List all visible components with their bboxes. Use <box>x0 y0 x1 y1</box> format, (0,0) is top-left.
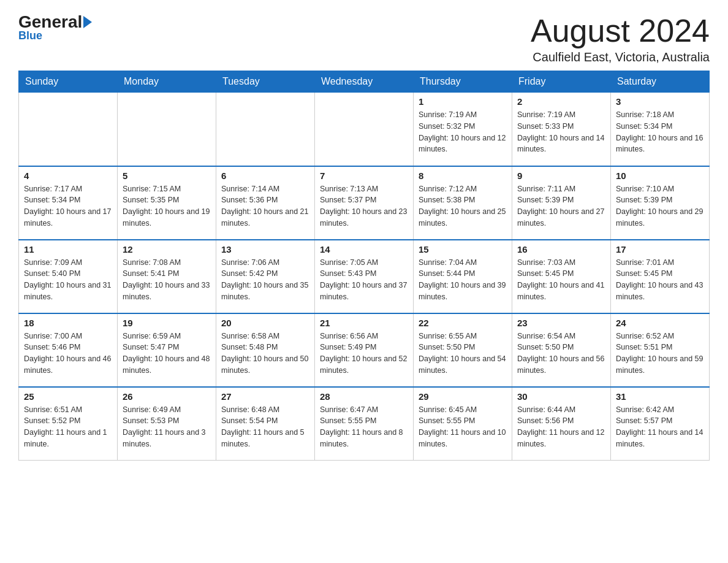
calendar-day-cell: 3Sunrise: 7:18 AMSunset: 5:34 PMDaylight… <box>611 93 710 166</box>
calendar-day-cell: 18Sunrise: 7:00 AMSunset: 5:46 PMDayligh… <box>19 313 118 387</box>
day-number: 29 <box>419 391 507 402</box>
calendar-day-cell: 6Sunrise: 7:14 AMSunset: 5:36 PMDaylight… <box>216 166 315 240</box>
day-number: 25 <box>24 391 112 402</box>
day-info: Sunrise: 6:44 AMSunset: 5:56 PMDaylight:… <box>517 404 605 450</box>
calendar-table: SundayMondayTuesdayWednesdayThursdayFrid… <box>18 71 710 461</box>
day-info: Sunrise: 7:06 AMSunset: 5:42 PMDaylight:… <box>221 257 309 303</box>
calendar-day-cell: 29Sunrise: 6:45 AMSunset: 5:55 PMDayligh… <box>414 387 512 461</box>
day-number: 14 <box>320 244 408 255</box>
day-info: Sunrise: 7:12 AMSunset: 5:38 PMDaylight:… <box>419 183 507 229</box>
day-number: 4 <box>24 170 112 181</box>
calendar-day-cell: 28Sunrise: 6:47 AMSunset: 5:55 PMDayligh… <box>315 387 414 461</box>
day-number: 6 <box>221 170 309 181</box>
day-info: Sunrise: 6:48 AMSunset: 5:54 PMDaylight:… <box>221 404 309 450</box>
day-number: 1 <box>419 96 507 107</box>
day-number: 20 <box>221 318 309 328</box>
calendar-day-cell: 15Sunrise: 7:04 AMSunset: 5:44 PMDayligh… <box>414 240 512 313</box>
day-number: 12 <box>123 244 211 255</box>
day-number: 16 <box>517 244 605 255</box>
day-number: 28 <box>320 391 408 402</box>
day-info: Sunrise: 7:14 AMSunset: 5:36 PMDaylight:… <box>221 183 309 229</box>
day-info: Sunrise: 7:04 AMSunset: 5:44 PMDaylight:… <box>419 257 507 303</box>
day-info: Sunrise: 7:08 AMSunset: 5:41 PMDaylight:… <box>123 257 211 303</box>
calendar-day-cell: 17Sunrise: 7:01 AMSunset: 5:45 PMDayligh… <box>611 240 710 313</box>
day-number: 31 <box>616 391 704 402</box>
day-number: 15 <box>419 244 507 255</box>
calendar-week-row: 1Sunrise: 7:19 AMSunset: 5:32 PMDaylight… <box>19 93 710 166</box>
calendar-day-cell: 13Sunrise: 7:06 AMSunset: 5:42 PMDayligh… <box>216 240 315 313</box>
weekday-header-thursday: Thursday <box>414 71 512 93</box>
day-number: 2 <box>517 96 605 107</box>
day-number: 27 <box>221 391 309 402</box>
day-info: Sunrise: 7:11 AMSunset: 5:39 PMDaylight:… <box>517 183 605 229</box>
day-info: Sunrise: 6:42 AMSunset: 5:57 PMDaylight:… <box>616 404 704 450</box>
calendar-day-cell: 16Sunrise: 7:03 AMSunset: 5:45 PMDayligh… <box>512 240 611 313</box>
weekday-header-row: SundayMondayTuesdayWednesdayThursdayFrid… <box>19 71 710 93</box>
calendar-day-cell: 10Sunrise: 7:10 AMSunset: 5:39 PMDayligh… <box>611 166 710 240</box>
calendar-day-cell <box>216 93 315 166</box>
day-number: 19 <box>123 318 211 328</box>
day-info: Sunrise: 6:52 AMSunset: 5:51 PMDaylight:… <box>616 331 704 377</box>
calendar-day-cell <box>118 93 216 166</box>
calendar-day-cell: 23Sunrise: 6:54 AMSunset: 5:50 PMDayligh… <box>512 313 611 387</box>
calendar-day-cell: 24Sunrise: 6:52 AMSunset: 5:51 PMDayligh… <box>611 313 710 387</box>
weekday-header-friday: Friday <box>512 71 611 93</box>
day-number: 24 <box>616 318 704 328</box>
calendar-day-cell: 27Sunrise: 6:48 AMSunset: 5:54 PMDayligh… <box>216 387 315 461</box>
calendar-day-cell: 4Sunrise: 7:17 AMSunset: 5:34 PMDaylight… <box>19 166 118 240</box>
calendar-week-row: 4Sunrise: 7:17 AMSunset: 5:34 PMDaylight… <box>19 166 710 240</box>
location-title: Caulfield East, Victoria, Australia <box>531 50 710 64</box>
logo-arrow-icon <box>83 16 92 28</box>
day-number: 23 <box>517 318 605 328</box>
logo: General Blue <box>18 12 92 42</box>
day-number: 5 <box>123 170 211 181</box>
calendar-day-cell <box>315 93 414 166</box>
weekday-header-tuesday: Tuesday <box>216 71 315 93</box>
calendar-day-cell: 5Sunrise: 7:15 AMSunset: 5:35 PMDaylight… <box>118 166 216 240</box>
day-info: Sunrise: 6:45 AMSunset: 5:55 PMDaylight:… <box>419 404 507 450</box>
day-info: Sunrise: 7:03 AMSunset: 5:45 PMDaylight:… <box>517 257 605 303</box>
calendar-week-row: 25Sunrise: 6:51 AMSunset: 5:52 PMDayligh… <box>19 387 710 461</box>
day-info: Sunrise: 7:19 AMSunset: 5:33 PMDaylight:… <box>517 109 605 155</box>
day-info: Sunrise: 7:19 AMSunset: 5:32 PMDaylight:… <box>419 109 507 155</box>
day-number: 9 <box>517 170 605 181</box>
day-info: Sunrise: 7:01 AMSunset: 5:45 PMDaylight:… <box>616 257 704 303</box>
day-number: 7 <box>320 170 408 181</box>
logo-blue: Blue <box>18 29 42 42</box>
day-info: Sunrise: 6:49 AMSunset: 5:53 PMDaylight:… <box>123 404 211 450</box>
day-info: Sunrise: 7:09 AMSunset: 5:40 PMDaylight:… <box>24 257 112 303</box>
day-number: 10 <box>616 170 704 181</box>
month-title: August 2024 <box>531 12 710 49</box>
day-info: Sunrise: 7:15 AMSunset: 5:35 PMDaylight:… <box>123 183 211 229</box>
calendar-day-cell: 25Sunrise: 6:51 AMSunset: 5:52 PMDayligh… <box>19 387 118 461</box>
weekday-header-wednesday: Wednesday <box>315 71 414 93</box>
day-info: Sunrise: 6:55 AMSunset: 5:50 PMDaylight:… <box>419 331 507 377</box>
day-number: 3 <box>616 96 704 107</box>
page-header: General Blue August 2024 Caulfield East,… <box>18 12 710 64</box>
day-info: Sunrise: 7:18 AMSunset: 5:34 PMDaylight:… <box>616 109 704 155</box>
calendar-day-cell: 1Sunrise: 7:19 AMSunset: 5:32 PMDaylight… <box>414 93 512 166</box>
day-number: 30 <box>517 391 605 402</box>
weekday-header-saturday: Saturday <box>611 71 710 93</box>
day-number: 8 <box>419 170 507 181</box>
calendar-day-cell: 20Sunrise: 6:58 AMSunset: 5:48 PMDayligh… <box>216 313 315 387</box>
calendar-day-cell: 7Sunrise: 7:13 AMSunset: 5:37 PMDaylight… <box>315 166 414 240</box>
day-number: 22 <box>419 318 507 328</box>
calendar-day-cell: 26Sunrise: 6:49 AMSunset: 5:53 PMDayligh… <box>118 387 216 461</box>
day-number: 11 <box>24 244 112 255</box>
day-info: Sunrise: 7:00 AMSunset: 5:46 PMDaylight:… <box>24 331 112 377</box>
calendar-day-cell: 9Sunrise: 7:11 AMSunset: 5:39 PMDaylight… <box>512 166 611 240</box>
day-number: 26 <box>123 391 211 402</box>
calendar-day-cell: 11Sunrise: 7:09 AMSunset: 5:40 PMDayligh… <box>19 240 118 313</box>
calendar-week-row: 11Sunrise: 7:09 AMSunset: 5:40 PMDayligh… <box>19 240 710 313</box>
weekday-header-monday: Monday <box>118 71 216 93</box>
day-info: Sunrise: 7:05 AMSunset: 5:43 PMDaylight:… <box>320 257 408 303</box>
calendar-day-cell: 2Sunrise: 7:19 AMSunset: 5:33 PMDaylight… <box>512 93 611 166</box>
calendar-day-cell: 8Sunrise: 7:12 AMSunset: 5:38 PMDaylight… <box>414 166 512 240</box>
calendar-day-cell: 19Sunrise: 6:59 AMSunset: 5:47 PMDayligh… <box>118 313 216 387</box>
day-number: 21 <box>320 318 408 328</box>
day-number: 17 <box>616 244 704 255</box>
day-info: Sunrise: 6:59 AMSunset: 5:47 PMDaylight:… <box>123 331 211 377</box>
day-info: Sunrise: 6:54 AMSunset: 5:50 PMDaylight:… <box>517 331 605 377</box>
calendar-day-cell: 30Sunrise: 6:44 AMSunset: 5:56 PMDayligh… <box>512 387 611 461</box>
